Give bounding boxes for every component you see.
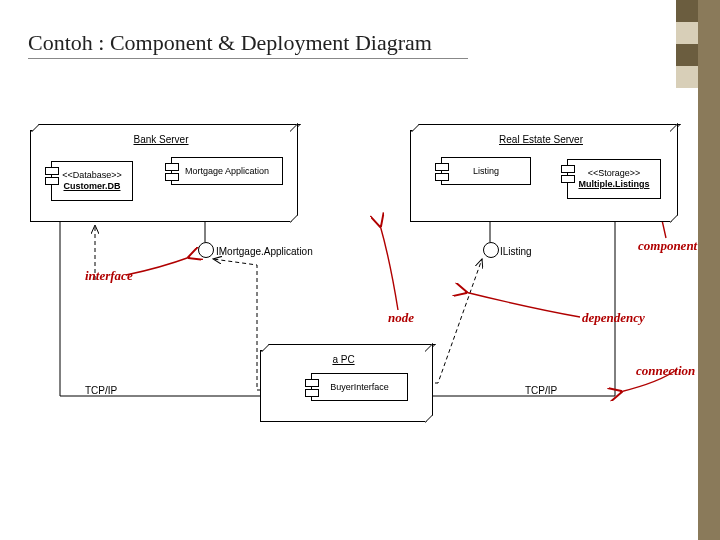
slide-sidebar <box>698 0 720 540</box>
sidebar-square <box>676 22 698 44</box>
component-mortgage-app: Mortgage Application <box>171 157 283 185</box>
node-title: Bank Server <box>133 134 188 145</box>
component-multiple-listings: <<Storage>> Multiple.Listings <box>567 159 661 199</box>
interface-lollipop-listing <box>483 242 499 258</box>
component-label: <<Database>> Customer.DB <box>62 170 122 192</box>
component-buyer-interface: BuyerInterface <box>311 373 408 401</box>
annotation-component: component <box>638 238 697 254</box>
diagram-area: Bank Server <<Database>> Customer.DB Mor… <box>20 120 700 500</box>
page-title: Contoh : Component & Deployment Diagram <box>28 30 432 56</box>
node-real-estate-server: Real Estate Server Listing <<Storage>> M… <box>410 130 672 222</box>
annotation-dependency: dependency <box>582 310 645 326</box>
node-title: Real Estate Server <box>499 134 583 145</box>
annotation-connection: connection <box>636 363 695 379</box>
component-customer-db: <<Database>> Customer.DB <box>51 161 133 201</box>
interface-lollipop-mortgage <box>198 242 214 258</box>
node-title: a PC <box>332 354 354 365</box>
component-label: <<Storage>> Multiple.Listings <box>579 168 650 190</box>
component-label: Listing <box>473 166 499 177</box>
sidebar-square <box>676 44 698 66</box>
component-listing: Listing <box>441 157 531 185</box>
interface-label: IMortgage.Application <box>216 246 313 257</box>
component-label: Mortgage Application <box>185 166 269 177</box>
node-pc: a PC BuyerInterface <box>260 350 427 422</box>
connection-label-left: TCP/IP <box>85 385 117 396</box>
node-bank-server: Bank Server <<Database>> Customer.DB Mor… <box>30 130 292 222</box>
sidebar-square <box>676 0 698 22</box>
sidebar-square <box>676 66 698 88</box>
annotation-node: node <box>388 310 414 326</box>
title-underline <box>28 58 468 59</box>
interface-label: IListing <box>500 246 532 257</box>
component-label: BuyerInterface <box>330 382 389 393</box>
annotation-interface: interface <box>85 268 133 284</box>
connection-label-right: TCP/IP <box>525 385 557 396</box>
